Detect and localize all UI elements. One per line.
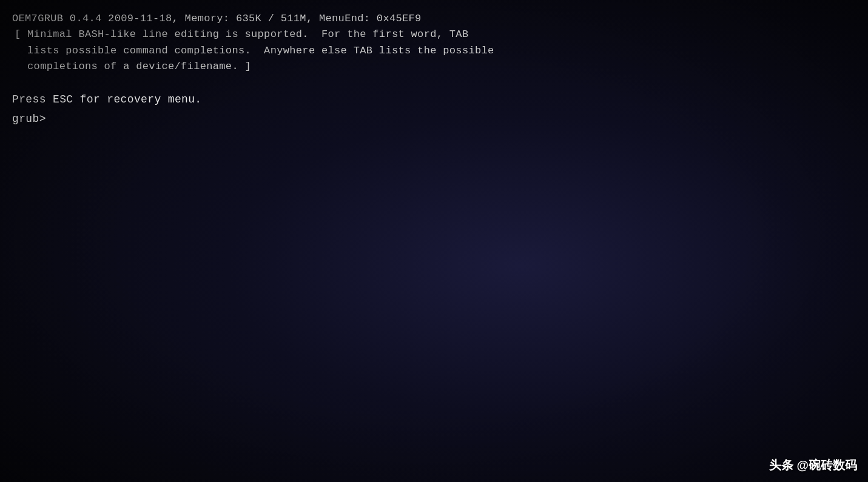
spacer	[12, 75, 856, 92]
bash-info-line1: [ Minimal BASH-like line editing is supp…	[12, 27, 856, 42]
bash-info-line2: lists possible command completions. Anyw…	[12, 43, 856, 59]
grub-prompt-line[interactable]: grub>	[12, 111, 856, 128]
watermark-text: 头条 @碗砖数码	[769, 457, 857, 474]
terminal-content: OEM7GRUB 0.4.4 2009-11-18, Memory: 635K …	[12, 11, 856, 128]
grub-terminal-screen: OEM7GRUB 0.4.4 2009-11-18, Memory: 635K …	[0, 0, 868, 482]
recovery-prompt-line: Press ESC for recovery menu.	[12, 92, 856, 109]
grub-version-line: OEM7GRUB 0.4.4 2009-11-18, Memory: 635K …	[12, 11, 856, 27]
bash-info-line3: completions of a device/filename. ]	[12, 59, 856, 75]
